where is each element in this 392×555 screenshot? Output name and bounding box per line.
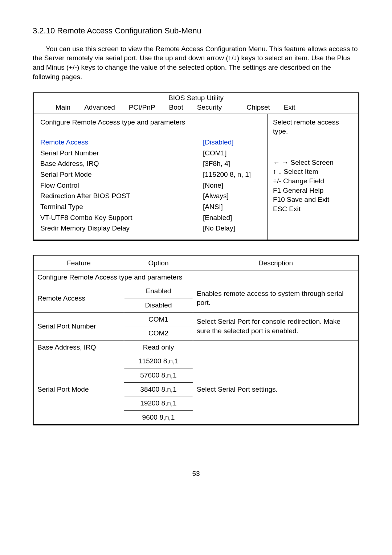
- bios-settings-grid: Remote Access [Disabled] Serial Port Num…: [40, 138, 261, 233]
- intro-paragraph: You can use this screen to view the Remo…: [33, 44, 359, 82]
- bios-setting-label: VT-UTF8 Combo Key Support: [40, 213, 196, 223]
- table-header-option: Option: [124, 256, 193, 270]
- bios-menu-item: Chipset: [246, 103, 270, 112]
- bios-setting-label: Remote Access: [40, 138, 196, 147]
- bios-right-hint: Select remote access type.: [273, 118, 353, 136]
- bios-setting-value: [Enabled]: [203, 213, 261, 223]
- bios-setup-box: BIOS Setup Utility Main Advanced PCI/PnP…: [33, 92, 359, 241]
- bios-menu-item: Security: [197, 103, 222, 112]
- section-heading: 3.2.10 Remote Access Configuration Sub-M…: [33, 25, 359, 36]
- page-number: 53: [33, 469, 359, 478]
- table-header-description: Description: [193, 256, 359, 270]
- bios-setting-label: Flow Control: [40, 181, 196, 190]
- bios-legend-line: ESC Exit: [273, 204, 353, 214]
- table-header-row: Feature Option Description: [33, 256, 359, 270]
- table-section-title: Configure Remote Access type and paramet…: [33, 270, 359, 284]
- bios-setting-label: Serial Port Mode: [40, 170, 196, 179]
- bios-right-panel: Select remote access type. ← → Select Sc…: [268, 114, 358, 240]
- bios-setting-value: [No Delay]: [203, 224, 261, 233]
- bios-setting-value: [115200 8, n, 1]: [203, 170, 261, 179]
- bios-setting-label: Redirection After BIOS POST: [40, 191, 196, 201]
- bios-legend: ← → Select Screen ↑ ↓ Select Item +/- Ch…: [273, 158, 353, 214]
- bios-setting-label: Sredir Memory Display Delay: [40, 224, 196, 233]
- bios-menu-row: Main Advanced PCI/PnP Boot Security Chip…: [34, 103, 358, 114]
- option-cell: 9600 8,n,1: [124, 410, 193, 425]
- bios-setting-value: [COM1]: [203, 148, 261, 158]
- bios-legend-line: ↑ ↓ Select Item: [273, 167, 353, 176]
- bios-legend-line: F1 General Help: [273, 186, 353, 195]
- table-row: Base Address, IRQ Read only: [33, 340, 359, 354]
- option-cell: 115200 8,n,1: [124, 354, 193, 368]
- bios-setting-label: Serial Port Number: [40, 148, 196, 158]
- bios-menu-item: Main: [56, 103, 70, 112]
- feature-cell: Serial Port Mode: [33, 354, 124, 425]
- bios-setting-value: [Disabled]: [203, 138, 261, 147]
- bios-menu-item: Boot: [169, 103, 183, 112]
- bios-setting-label: Base Address, IRQ: [40, 159, 196, 168]
- bios-menu-item: Advanced: [84, 103, 115, 112]
- bios-setting-label: Terminal Type: [40, 202, 196, 212]
- description-cell: [193, 340, 359, 354]
- bios-legend-line: F10 Save and Exit: [273, 195, 353, 204]
- table-header-feature: Feature: [33, 256, 124, 270]
- bios-setting-value: [None]: [203, 181, 261, 190]
- table-section-row: Configure Remote Access type and paramet…: [33, 270, 359, 284]
- bios-setting-value: [Always]: [203, 191, 261, 201]
- feature-cell: Base Address, IRQ: [33, 340, 124, 354]
- bios-title: BIOS Setup Utility: [34, 93, 358, 103]
- bios-menu-item: PCI/PnP: [129, 103, 155, 112]
- option-cell: 57600 8,n,1: [124, 368, 193, 383]
- description-cell: Select Serial Port for console redirecti…: [193, 312, 359, 340]
- bios-left-panel: Configure Remote Access type and paramet…: [34, 114, 268, 240]
- description-cell: Select Serial Port settings.: [193, 354, 359, 425]
- feature-cell: Remote Access: [33, 284, 124, 312]
- option-cell: Disabled: [124, 298, 193, 312]
- feature-cell: Serial Port Number: [33, 312, 124, 340]
- bios-menu-item: Exit: [284, 103, 295, 112]
- bios-setting-value: [3F8h, 4]: [203, 159, 261, 168]
- option-cell: COM1: [124, 312, 193, 326]
- table-row: Serial Port Mode 115200 8,n,1 Select Ser…: [33, 354, 359, 368]
- bios-setting-value: [ANSI]: [203, 202, 261, 212]
- feature-table: Feature Option Description Configure Rem…: [33, 255, 359, 425]
- option-cell: 19200 8,n,1: [124, 396, 193, 411]
- description-cell: Enables remote access to system through …: [193, 284, 359, 312]
- option-cell: Read only: [124, 340, 193, 354]
- option-cell: 38400 8,n,1: [124, 382, 193, 396]
- option-cell: COM2: [124, 326, 193, 340]
- table-row: Remote Access Enabled Enables remote acc…: [33, 284, 359, 298]
- bios-legend-line: ← → Select Screen: [273, 158, 353, 167]
- bios-legend-line: +/- Change Field: [273, 176, 353, 186]
- option-cell: Enabled: [124, 284, 193, 298]
- bios-config-title: Configure Remote Access type and paramet…: [40, 118, 261, 127]
- table-row: Serial Port Number COM1 Select Serial Po…: [33, 312, 359, 326]
